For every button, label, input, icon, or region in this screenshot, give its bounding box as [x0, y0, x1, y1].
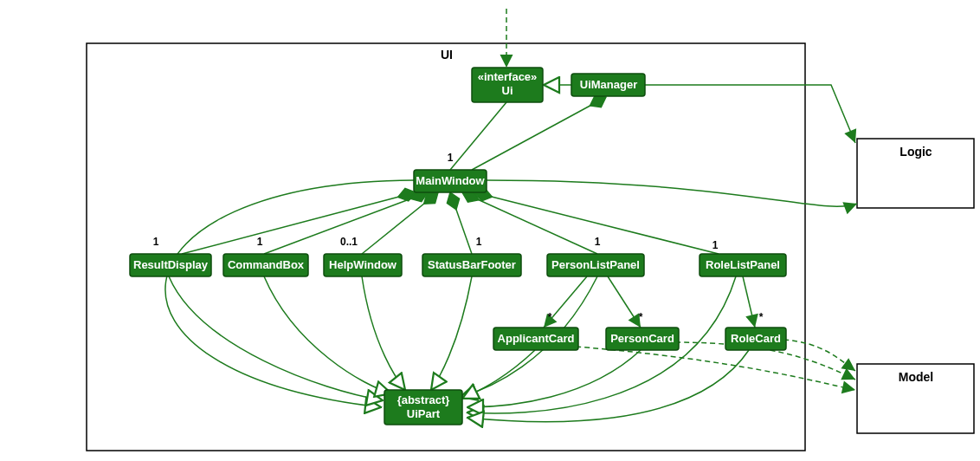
- node-rolelistpanel: RoleListPanel: [700, 254, 786, 276]
- mult-rcard: *: [759, 311, 764, 323]
- node-uipart: {abstract} UiPart: [384, 390, 462, 425]
- node-helpwindow: HelpWindow: [324, 254, 402, 276]
- mult-resultdisp: 1: [153, 236, 159, 248]
- mult-rlp: 1: [712, 239, 719, 251]
- node-pcard-name: PersonCard: [610, 332, 674, 345]
- node-plp-name: PersonListPanel: [551, 258, 640, 271]
- node-rcard-name: RoleCard: [731, 332, 781, 345]
- uml-diagram: UI Logic Model 1 1 1 0..1 1 1 1 * * *: [0, 0, 980, 461]
- mult-mainwin: 1: [448, 152, 454, 164]
- node-mainwin-name: MainWindow: [416, 174, 485, 187]
- node-ui-stereotype: «interface»: [478, 70, 538, 83]
- node-personcard: PersonCard: [606, 328, 679, 350]
- mult-pcard: *: [639, 311, 643, 323]
- package-logic: Logic: [857, 139, 974, 208]
- node-applicantcard: ApplicantCard: [493, 328, 578, 350]
- mult-statusbar: 1: [476, 236, 482, 248]
- package-model: Model: [857, 364, 974, 433]
- node-uimanager: UiManager: [571, 74, 645, 96]
- node-commandbox: CommandBox: [223, 254, 308, 276]
- mult-helpwin: 0..1: [340, 236, 358, 248]
- node-uimgr-name: UiManager: [580, 78, 637, 91]
- node-helpwin-name: HelpWindow: [329, 258, 397, 271]
- package-logic-label: Logic: [899, 145, 932, 159]
- node-resultdisp-name: ResultDisplay: [133, 258, 209, 271]
- package-ui-label: UI: [441, 48, 453, 62]
- package-model-label: Model: [899, 370, 933, 384]
- node-rlp-name: RoleListPanel: [706, 258, 780, 271]
- node-resultdisplay: ResultDisplay: [130, 254, 211, 276]
- node-ui-interface: «interface» Ui: [472, 68, 543, 102]
- node-personlistpanel: PersonListPanel: [547, 254, 644, 276]
- node-statusbarfooter: StatusBarFooter: [422, 254, 521, 276]
- node-appcard-name: ApplicantCard: [498, 332, 575, 345]
- node-mainwindow: MainWindow: [414, 170, 487, 192]
- mult-appcard: *: [548, 311, 552, 323]
- node-uipart-stereotype: {abstract}: [397, 393, 450, 406]
- mult-plp: 1: [595, 236, 601, 248]
- node-statusbar-name: StatusBarFooter: [428, 258, 516, 271]
- node-uipart-name: UiPart: [407, 407, 441, 420]
- node-cmdbox-name: CommandBox: [228, 258, 305, 271]
- node-rolecard: RoleCard: [725, 328, 786, 350]
- mult-cmdbox: 1: [257, 236, 263, 248]
- node-ui-name: Ui: [502, 84, 513, 97]
